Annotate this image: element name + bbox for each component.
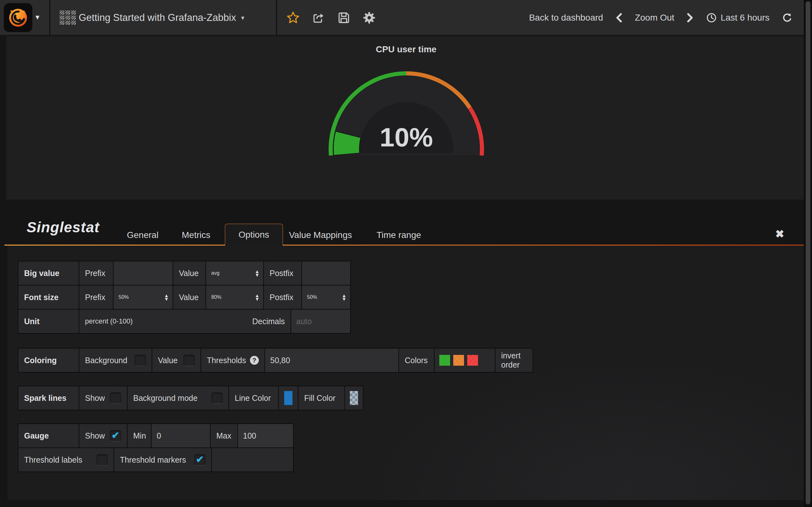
panel-title[interactable]: CPU user time (6, 44, 806, 55)
gauge-row: Gauge Show ✔ Min Max (18, 424, 293, 447)
decimals-input-cell (291, 309, 350, 333)
gauge-show-cell: Show ✔ (79, 424, 127, 447)
gauge-label: Gauge (18, 424, 79, 447)
prefix-label: Prefix (79, 262, 113, 285)
tab-metrics[interactable]: Metrics (182, 224, 210, 245)
spark-lines-label: Spark lines (18, 386, 79, 410)
postfix-size-select-cell: 50% ▲▼ (302, 285, 350, 309)
time-picker-button[interactable]: Last 6 hours (706, 12, 769, 23)
stat-select[interactable]: avg ▲▼ (206, 262, 263, 285)
settings-button[interactable] (361, 0, 377, 35)
postfix-label: Postfix (264, 262, 301, 285)
thresholds-input-cell (265, 349, 398, 372)
green-color-swatch[interactable] (439, 355, 450, 366)
postfix-label: Postfix (264, 285, 301, 309)
coloring-section: Coloring Background ✔ Value ✔ Thresholds… (18, 348, 533, 373)
threshold-labels-checkbox[interactable]: ✔ (96, 454, 108, 465)
save-icon (337, 11, 351, 24)
close-editor-icon[interactable]: ✖ (775, 228, 784, 240)
scrollbar-thumb[interactable] (806, 1, 810, 504)
time-range-label: Last 6 hours (721, 13, 769, 23)
invert-order-link[interactable]: invert order (496, 349, 532, 372)
line-color-cell (279, 386, 298, 410)
decimals-label: Decimals (252, 317, 285, 326)
gauge-show-checkbox[interactable]: ✔ (110, 430, 121, 441)
save-button[interactable] (336, 0, 352, 35)
navbar-divider (49, 0, 50, 35)
font-size-row: Font size Prefix 50% ▲▼ Value 80% ▲▼ Pos… (18, 285, 350, 309)
empty-cell (212, 448, 293, 471)
postfix-size-select[interactable]: 50% ▲▼ (302, 285, 350, 309)
colors-label: Colors (399, 349, 434, 372)
prefix-label: Prefix (79, 285, 113, 309)
value-checkbox[interactable]: ✔ (183, 354, 195, 366)
gauge-value-label: 10% (379, 122, 433, 152)
clock-icon (706, 12, 717, 23)
gauge-min-input[interactable] (152, 424, 210, 447)
grafana-logo-icon (8, 7, 29, 28)
thresholds-label-cell: Thresholds ? (201, 349, 264, 372)
tab-options[interactable]: Options (225, 224, 283, 245)
font-size-label: Font size (18, 285, 79, 309)
tab-value-mappings[interactable]: Value Mappings (289, 224, 352, 245)
org-switcher-caret-icon[interactable]: ▾ (36, 13, 39, 21)
line-color-swatch[interactable] (284, 391, 293, 405)
big-value-label: Big value (18, 262, 79, 285)
share-icon (312, 11, 325, 24)
red-color-swatch[interactable] (467, 355, 478, 366)
tab-time-range[interactable]: Time range (376, 224, 421, 245)
coloring-label: Coloring (18, 349, 79, 372)
select-spinner-icon: ▲▼ (342, 294, 346, 301)
min-input-cell (152, 424, 210, 447)
chevron-right-icon[interactable] (687, 13, 694, 22)
singlestat-panel: CPU user time 10% (6, 36, 806, 200)
prefix-size-select[interactable]: 50% ▲▼ (113, 285, 172, 309)
background-toggle-cell: Background ✔ (79, 349, 152, 372)
share-button[interactable] (310, 0, 327, 35)
star-button[interactable] (285, 0, 301, 35)
value-size-select[interactable]: 80% ▲▼ (206, 285, 263, 309)
threshold-labels-cell: Threshold labels ✔ (18, 448, 113, 471)
threshold-markers-checkbox[interactable]: ✔ (194, 454, 206, 465)
fill-color-cell (345, 386, 363, 410)
sparkline-show-checkbox[interactable]: ✔ (110, 392, 121, 404)
back-to-dashboard-button[interactable]: Back to dashboard (529, 13, 603, 23)
unit-picker[interactable]: percent (0-100) (85, 317, 133, 326)
options-tab-content: Big value Prefix Value avg ▲▼ Postfix Fo… (8, 245, 804, 500)
zoom-out-button[interactable]: Zoom Out (635, 13, 674, 23)
help-icon[interactable]: ? (250, 356, 259, 365)
grafana-logo[interactable] (4, 3, 32, 32)
orange-color-swatch[interactable] (453, 355, 464, 366)
threshold-markers-cell: Threshold markers ✔ (114, 448, 211, 471)
chevron-left-icon[interactable] (615, 13, 623, 22)
dashboard-title: Getting Started with Grafana-Zabbix (79, 12, 236, 23)
background-checkbox[interactable]: ✔ (135, 354, 146, 366)
scrollbar-track[interactable] (804, 0, 812, 507)
background-mode-cell: Background mode ✔ (128, 386, 229, 410)
min-label: Min (128, 424, 151, 447)
thresholds-input[interactable] (265, 349, 398, 372)
gauge-max-input[interactable] (238, 424, 293, 447)
background-mode-checkbox[interactable]: ✔ (211, 392, 223, 404)
max-input-cell (238, 424, 293, 447)
postfix-input-cell (302, 262, 350, 285)
show-toggle-cell: Show ✔ (79, 386, 127, 410)
big-value-prefix-input[interactable] (113, 262, 172, 285)
spark-lines-section: Spark lines Show ✔ Background mode ✔ Lin… (18, 386, 363, 410)
gauge-section: Gauge Show ✔ Min Max Threshold labels ✔ … (18, 424, 294, 472)
chevron-down-icon: ▾ (241, 14, 244, 21)
dashboard-title-dropdown[interactable]: Getting Started with Grafana-Zabbix ▾ (79, 0, 244, 35)
tab-general[interactable]: General (127, 224, 159, 245)
big-value-postfix-input[interactable] (302, 262, 350, 285)
fill-color-label: Fill Color (299, 386, 345, 410)
prefix-input-cell (113, 262, 172, 285)
line-color-label: Line Color (229, 386, 278, 410)
refresh-icon[interactable] (781, 12, 793, 23)
select-spinner-icon: ▲▼ (164, 294, 169, 301)
max-label: Max (211, 424, 237, 447)
fill-color-swatch[interactable] (350, 391, 358, 405)
unit-row: Unit percent (0-100) Decimals (18, 309, 350, 333)
big-value-row: Big value Prefix Value avg ▲▼ Postfix (18, 262, 350, 285)
unit-value-cell: percent (0-100) Decimals (79, 309, 291, 333)
decimals-input[interactable] (291, 309, 350, 333)
